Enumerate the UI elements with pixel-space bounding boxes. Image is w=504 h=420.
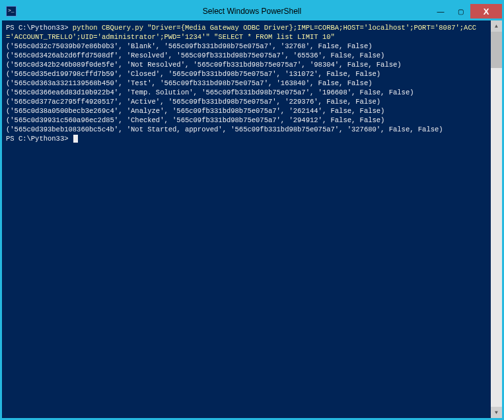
powershell-window: Select Windows PowerShell — ▢ X PS C:\Py… xyxy=(2,2,502,418)
output-line: ('565c0d363a3321139568b450', 'Test', '56… xyxy=(6,79,487,88)
scroll-thumb[interactable] xyxy=(491,32,502,68)
close-button[interactable]: X xyxy=(470,4,502,18)
titlebar[interactable]: Select Windows PowerShell — ▢ X xyxy=(2,2,502,20)
output-line: ('565c0d366ea6d83d10b922b4', 'Temp. Solu… xyxy=(6,88,487,97)
vertical-scrollbar[interactable]: ▲ ▼ xyxy=(491,20,502,418)
terminal-area: PS C:\Python33> python CBQuery.py "Drive… xyxy=(2,20,502,418)
prompt-path: PS C:\Python33> xyxy=(6,135,73,143)
output-line: ('565c0d393beb108360bc5c4b', 'Not Starte… xyxy=(6,125,487,134)
minimize-button[interactable]: — xyxy=(431,4,450,18)
window-controls: — ▢ X xyxy=(431,4,502,18)
output-line: ('565c0d342b246b089f0de5fe', 'Not Resolv… xyxy=(6,60,487,69)
window-title: Select Windows PowerShell xyxy=(203,7,301,16)
output-line: ('565c0d3426ab2d6ffd7508df', 'Resolved',… xyxy=(6,51,487,60)
output-line: ('565c0d377ac2795ff4920517', 'Active', '… xyxy=(6,97,487,106)
prompt-path: PS C:\Python33> xyxy=(6,24,73,32)
terminal-content[interactable]: PS C:\Python33> python CBQuery.py "Drive… xyxy=(2,20,491,418)
output-line: ('565c0d39931c560a96ec2d85', 'Checked', … xyxy=(6,116,487,125)
command-text: python CBQuery.py "Driver={Media Gateway… xyxy=(6,24,476,41)
maximize-button[interactable]: ▢ xyxy=(450,4,470,18)
output-line: ('565c0d38a0500becb3e269c4', 'Analyze', … xyxy=(6,106,487,116)
scroll-down-button[interactable]: ▼ xyxy=(491,407,502,418)
output-line: ('565c0d35ed199798cffd7b59', 'Closed', '… xyxy=(6,69,487,79)
prompt-line: PS C:\Python33> xyxy=(6,134,487,143)
cursor xyxy=(73,135,78,143)
app-icon xyxy=(6,6,17,17)
prompt-line: PS C:\Python33> python CBQuery.py "Drive… xyxy=(6,23,487,42)
scroll-track[interactable] xyxy=(491,32,502,407)
scroll-up-button[interactable]: ▲ xyxy=(491,20,502,32)
output-line: ('565c0d32c75039b07e86b0b3', 'Blank', '5… xyxy=(6,42,487,51)
